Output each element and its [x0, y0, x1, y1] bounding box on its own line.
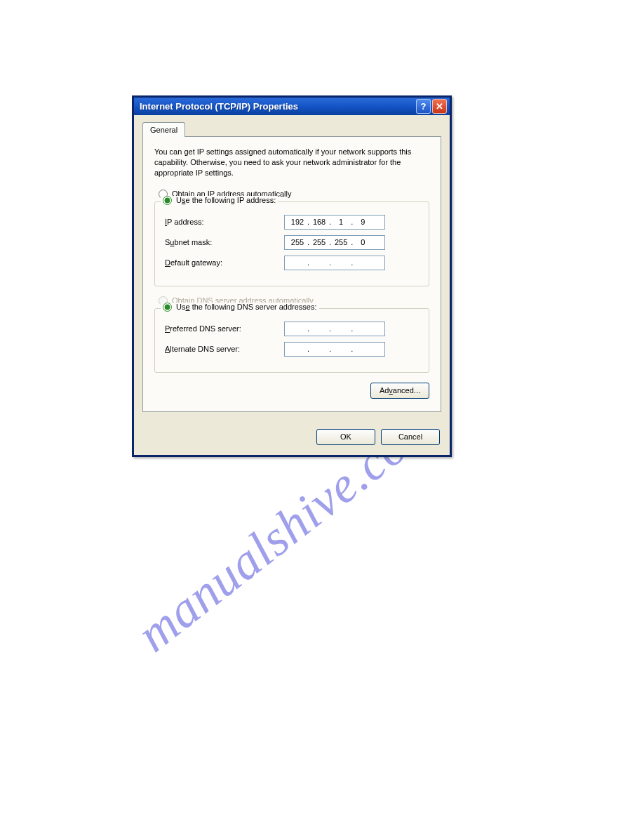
alternate-dns-row: Alternate DNS server: . . .: [165, 342, 419, 357]
ip-address-input[interactable]: . . .: [284, 215, 385, 230]
ok-button[interactable]: OK: [316, 429, 375, 445]
use-following-ip-legend[interactable]: Use the following IP address:: [161, 196, 278, 205]
close-button[interactable]: ✕: [432, 99, 447, 114]
ip-address-label: IP address:: [165, 218, 284, 226]
gateway-octet-3[interactable]: [331, 258, 351, 267]
use-following-ip-radio[interactable]: [163, 196, 172, 205]
use-following-ip-label: Use the following IP address:: [176, 196, 276, 204]
use-following-dns-label: Use the following DNS server addresses:: [176, 303, 317, 311]
ip-address-row: IP address: . . .: [165, 215, 419, 230]
use-following-dns-legend[interactable]: Use the following DNS server addresses:: [161, 303, 319, 312]
tab-strip: General: [142, 122, 441, 137]
subnet-octet-3[interactable]: [331, 238, 351, 246]
subnet-octet-1[interactable]: [288, 238, 307, 246]
gateway-octet-2[interactable]: [309, 258, 329, 267]
ip-octet-4[interactable]: [353, 218, 373, 226]
pref-dns-octet-3[interactable]: [331, 324, 351, 333]
pref-dns-octet-4[interactable]: [353, 324, 373, 333]
help-icon: ?: [421, 101, 427, 112]
ip-octet-2[interactable]: [309, 218, 329, 226]
window-title: Internet Protocol (TCP/IP) Properties: [140, 101, 416, 112]
alt-dns-octet-1[interactable]: [288, 345, 307, 353]
subnet-octet-4[interactable]: [353, 238, 373, 246]
manual-ip-group: Use the following IP address: IP address…: [154, 201, 429, 286]
tcpip-properties-dialog: Internet Protocol (TCP/IP) Properties ? …: [132, 95, 452, 457]
titlebar: Internet Protocol (TCP/IP) Properties ? …: [134, 95, 450, 115]
alt-dns-octet-2[interactable]: [309, 345, 329, 353]
dialog-body: General You can get IP settings assigned…: [134, 115, 450, 421]
default-gateway-row: Default gateway: . . .: [165, 256, 419, 270]
tab-general[interactable]: General: [142, 122, 185, 137]
help-button[interactable]: ?: [416, 99, 431, 114]
alt-dns-octet-3[interactable]: [331, 345, 351, 353]
subnet-octet-2[interactable]: [309, 238, 329, 246]
preferred-dns-row: Preferred DNS server: . . .: [165, 322, 419, 336]
titlebar-buttons: ? ✕: [416, 99, 447, 114]
advanced-row: Advanced...: [154, 383, 429, 399]
general-panel: You can get IP settings assigned automat…: [142, 136, 441, 412]
gateway-octet-4[interactable]: [353, 258, 373, 267]
close-icon: ✕: [436, 101, 443, 112]
default-gateway-input[interactable]: . . .: [284, 256, 385, 270]
ip-octet-1[interactable]: [288, 218, 307, 226]
intro-text: You can get IP settings assigned automat…: [154, 147, 429, 178]
default-gateway-label: Default gateway:: [165, 258, 284, 267]
use-following-dns-radio[interactable]: [163, 303, 172, 312]
cancel-button[interactable]: Cancel: [381, 429, 440, 445]
manual-dns-group: Use the following DNS server addresses: …: [154, 308, 429, 373]
preferred-dns-input[interactable]: . . .: [284, 322, 385, 336]
preferred-dns-label: Preferred DNS server:: [165, 324, 284, 333]
subnet-mask-label: Subnet mask:: [165, 238, 284, 246]
ip-octet-3[interactable]: [331, 218, 351, 226]
alt-dns-octet-4[interactable]: [353, 345, 373, 353]
gateway-octet-1[interactable]: [288, 258, 307, 267]
alternate-dns-label: Alternate DNS server:: [165, 345, 284, 353]
pref-dns-octet-2[interactable]: [309, 324, 329, 333]
advanced-button[interactable]: Advanced...: [370, 383, 429, 399]
subnet-mask-row: Subnet mask: . . .: [165, 235, 419, 250]
alternate-dns-input[interactable]: . . .: [284, 342, 385, 357]
pref-dns-octet-1[interactable]: [288, 324, 307, 333]
dialog-footer: OK Cancel: [134, 421, 450, 455]
subnet-mask-input[interactable]: . . .: [284, 235, 385, 250]
